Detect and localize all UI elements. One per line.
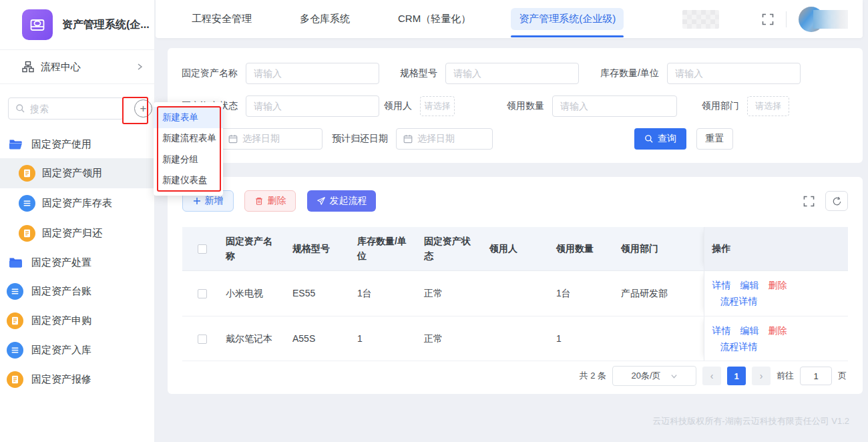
- reset-button[interactable]: 重置: [696, 128, 733, 150]
- search-icon: [15, 103, 25, 114]
- filter-panel: 固定资产名称 规格型号 库存数量/单位 固定资产状态 领用人 请选择 领用数量 …: [168, 48, 863, 163]
- sidebar-search-row: +: [8, 97, 154, 120]
- sidebar-item-asset-repair[interactable]: 固定资产报修: [0, 365, 154, 394]
- flow-detail-link[interactable]: 流程详情: [720, 296, 758, 306]
- org-chart-icon: [22, 61, 34, 73]
- redacted-username: [813, 10, 848, 29]
- fullscreen-icon[interactable]: [762, 13, 774, 25]
- main-area: 工程安全管理 多仓库系统 CRM（轻量化） 资产管理系统(企业级) 固定资产名称…: [156, 0, 868, 442]
- detail-link[interactable]: 详情: [712, 280, 731, 290]
- sidebar-item-asset-use[interactable]: 固定资产使用: [0, 130, 154, 158]
- stock-unit-input[interactable]: [667, 63, 801, 84]
- form-icon: [19, 165, 35, 182]
- fullscreen-icon[interactable]: [803, 196, 815, 207]
- table-panel: 新增 删除 发起流程 固定资产名称: [168, 177, 863, 394]
- delete-link[interactable]: 删除: [769, 325, 787, 336]
- recipient-qty-input[interactable]: [552, 95, 677, 117]
- detail-link[interactable]: 详情: [712, 325, 731, 336]
- spec-model-input[interactable]: [445, 63, 579, 84]
- menu-item-new-dashboard[interactable]: 新建仪表盘: [154, 170, 223, 192]
- sidebar-item-asset-inventory[interactable]: 固定资产库存表: [0, 188, 154, 218]
- app-logo-icon: [22, 9, 53, 40]
- edit-link[interactable]: 编辑: [740, 325, 759, 336]
- prev-page-button[interactable]: ‹: [702, 367, 721, 385]
- sidebar-search-box[interactable]: [8, 97, 124, 120]
- sidebar-item-label: 固定资产台账: [31, 285, 91, 298]
- col-spec-model: 规格型号: [284, 227, 349, 270]
- folder-icon: [9, 256, 23, 268]
- sidebar-item-asset-disposal[interactable]: 固定资产处置: [0, 248, 154, 276]
- current-page[interactable]: 1: [727, 367, 746, 385]
- tab-engineering-safety[interactable]: 工程安全管理: [184, 0, 260, 38]
- cell-stock-unit: 1: [349, 316, 416, 361]
- cell-recipient-qty: 1台: [548, 270, 613, 316]
- refresh-button[interactable]: [825, 191, 848, 211]
- refresh-icon: [832, 196, 842, 206]
- page-size-select[interactable]: 20条/页: [612, 366, 696, 386]
- asset-name-input[interactable]: [246, 63, 379, 84]
- add-menu-button[interactable]: +: [134, 99, 152, 118]
- sidebar-item-asset-ledger[interactable]: 固定资产台账: [0, 276, 154, 306]
- top-header: 工程安全管理 多仓库系统 CRM（轻量化） 资产管理系统(企业级): [156, 0, 863, 38]
- col-recipient: 领用人: [481, 227, 548, 270]
- sidebar-item-label: 固定资产使用: [31, 138, 91, 151]
- sidebar-item-label: 固定资产库存表: [42, 197, 112, 210]
- col-stock-unit: 库存数量/单位: [349, 227, 416, 270]
- spec-model-label: 规格型号: [379, 67, 445, 79]
- sidebar-item-asset-collect[interactable]: 固定资产领用: [0, 158, 154, 188]
- copyright-footer: 云迈科技版权所有-湖南云迈科技有限责任公司 V1.2: [652, 415, 849, 427]
- menu-item-new-flow-form[interactable]: 新建流程表单: [154, 128, 223, 150]
- header-divider: [786, 11, 787, 27]
- menu-item-new-form[interactable]: 新建表单: [154, 107, 223, 128]
- tab-crm[interactable]: CRM（轻量化）: [390, 0, 479, 38]
- recipient-select[interactable]: 请选择: [420, 96, 455, 116]
- total-count: 共 2 条: [580, 370, 606, 382]
- row-checkbox[interactable]: [198, 335, 207, 344]
- tab-multi-warehouse[interactable]: 多仓库系统: [292, 0, 358, 38]
- app-title: 资产管理系统(企...: [62, 18, 150, 32]
- recipient-dept-select[interactable]: 请选择: [747, 96, 789, 116]
- col-asset-status: 固定资产状态: [416, 227, 481, 270]
- sidebar-item-label: 固定资产报修: [31, 373, 91, 386]
- sidebar-search-input[interactable]: [30, 103, 103, 114]
- row-checkbox[interactable]: [198, 289, 207, 298]
- sidebar-menu: 固定资产使用 固定资产领用 固定资产库存表 固定资产归还 固定资产处置: [0, 130, 154, 394]
- cell-recipient: [481, 270, 548, 316]
- sidebar-item-asset-inbound[interactable]: 固定资产入库: [0, 335, 154, 365]
- query-button[interactable]: 查询: [634, 128, 686, 150]
- sidebar-item-label: 固定资产领用: [42, 167, 102, 180]
- sidebar-item-asset-purchase[interactable]: 固定资产申购: [0, 306, 154, 335]
- flow-detail-link[interactable]: 流程详情: [720, 341, 758, 352]
- cell-asset-name: 小米电视: [218, 270, 284, 316]
- table-row: 小米电视 ES55 1台 正常 1台 产品研发部 详情编辑删除 流程详情: [182, 270, 848, 316]
- date1-picker[interactable]: 选择日期: [221, 128, 322, 150]
- menu-item-new-group[interactable]: 新建分组: [154, 149, 223, 170]
- start-flow-button[interactable]: 发起流程: [307, 190, 376, 212]
- sidebar-item-asset-return[interactable]: 固定资产归还: [0, 218, 154, 248]
- goto-unit: 页: [838, 370, 847, 382]
- cell-stock-unit: 1台: [349, 270, 416, 316]
- calendar-icon: [228, 134, 238, 144]
- data-table: 固定资产名称 规格型号 库存数量/单位 固定资产状态 领用人 领用数量 领用部门…: [182, 227, 848, 361]
- cell-recipient-dept: 产品研发部: [613, 270, 704, 316]
- send-icon: [316, 196, 326, 206]
- sidebar-item-process-center[interactable]: 流程中心: [0, 49, 154, 84]
- stock-unit-label: 库存数量/单位: [579, 67, 667, 79]
- edit-link[interactable]: 编辑: [740, 280, 759, 290]
- expected-return-picker[interactable]: 选择日期: [396, 128, 493, 150]
- sidebar-item-label: 固定资产申购: [31, 314, 91, 327]
- next-page-button[interactable]: ›: [752, 367, 771, 385]
- delete-button[interactable]: 删除: [244, 190, 296, 212]
- select-all-checkbox[interactable]: [198, 244, 207, 254]
- header-right: [762, 0, 848, 38]
- asset-status-input[interactable]: [246, 95, 379, 117]
- filter-row-2: 固定资产状态 领用人 请选择 领用数量 领用部门 请选择: [168, 95, 863, 117]
- create-dropdown-menu: 新建表单 新建流程表单 新建分组 新建仪表盘: [154, 102, 223, 196]
- search-icon: [644, 134, 654, 144]
- delete-link[interactable]: 删除: [769, 280, 787, 290]
- tab-asset-management[interactable]: 资产管理系统(企业级): [511, 0, 624, 38]
- expected-return-label: 预计归还日期: [322, 133, 396, 145]
- goto-page-input[interactable]: [800, 367, 832, 385]
- process-center-label: 流程中心: [41, 61, 129, 73]
- col-recipient-dept: 领用部门: [613, 227, 704, 270]
